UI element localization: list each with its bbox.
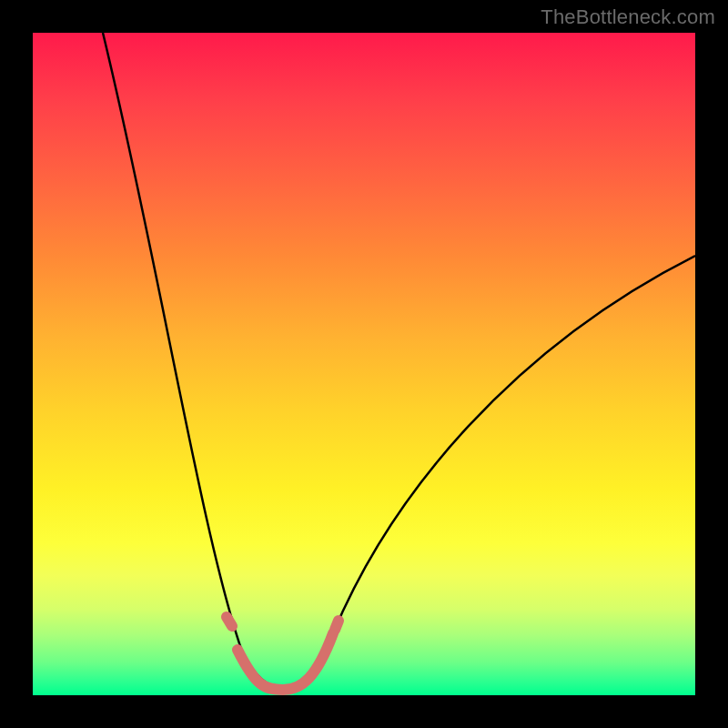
highlight-seg-1: [238, 633, 333, 690]
watermark-text: TheBottleneck.com: [541, 5, 715, 29]
chart-frame: TheBottleneck.com: [0, 0, 728, 728]
plot-area: [33, 33, 695, 695]
curve-layer: [33, 33, 695, 695]
highlight-seg-2: [335, 621, 339, 630]
bottom-highlight: [227, 617, 339, 690]
bottleneck-curve: [103, 33, 695, 688]
highlight-seg-0: [227, 617, 232, 626]
